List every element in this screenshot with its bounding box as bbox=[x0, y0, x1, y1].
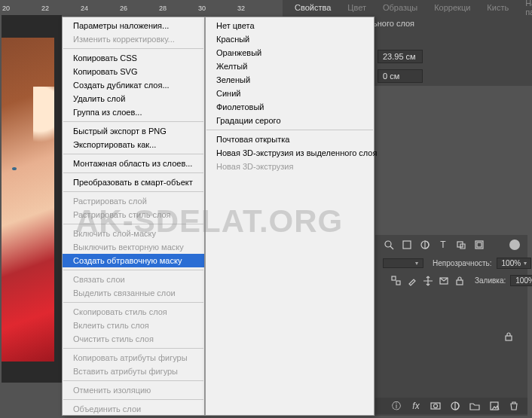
menu-item[interactable]: Зеленый bbox=[206, 73, 374, 87]
filter-shape-icon[interactable] bbox=[455, 240, 467, 250]
menu-item-label: Включить слой-маску bbox=[73, 229, 156, 238]
layer-fx-icon[interactable]: fx bbox=[410, 401, 422, 411]
svg-rect-7 bbox=[392, 276, 396, 280]
menu-item-label: Растрировать слой bbox=[73, 197, 147, 206]
menu-item-label: Выделить связанные слои bbox=[73, 288, 176, 297]
menu-item-label: Преобразовать в смарт-объект bbox=[73, 178, 193, 187]
menu-item-label: Фиолетовый bbox=[216, 102, 264, 111]
menu-item-label: Желтый bbox=[216, 62, 247, 71]
menu-item: Растрировать слой bbox=[63, 194, 204, 208]
menu-item: Изменить корректировку... bbox=[63, 32, 204, 46]
menu-item: Отменить изоляцию bbox=[63, 383, 204, 397]
menu-item-label: Копировать атрибуты фигуры bbox=[73, 353, 188, 362]
menu-item-label: Новая 3D-экструзия bbox=[216, 162, 293, 171]
layers-panel: T ▾ Непрозрачность: 100%▾ bbox=[375, 235, 527, 416]
menu-item[interactable]: Преобразовать в смарт-объект bbox=[63, 175, 204, 189]
menu-item-label: Изменить корректировку... bbox=[73, 35, 175, 44]
menu-item[interactable]: Создать дубликат слоя... bbox=[63, 78, 204, 92]
menu-separator bbox=[63, 48, 203, 49]
layer-submenu: Нет цветаКрасныйОранжевыйЖелтыйЗеленыйСи… bbox=[205, 17, 375, 416]
filter-smart-icon[interactable] bbox=[473, 240, 485, 250]
ruler-mark: 30 bbox=[198, 5, 206, 12]
menu-item[interactable]: Новая 3D-экструзия из выделенного слоя bbox=[206, 146, 374, 160]
layer-context-menu: Параметры наложения...Изменить корректир… bbox=[62, 17, 205, 416]
menu-item: Связать слои bbox=[63, 273, 204, 286]
menu-item-label: Красный bbox=[216, 35, 249, 44]
menu-item[interactable]: Почтовая открытка bbox=[206, 133, 374, 146]
ruler-mark: 28 bbox=[159, 5, 167, 12]
adjustment-layer-icon[interactable] bbox=[449, 401, 461, 411]
menu-item[interactable]: Оранжевый bbox=[206, 46, 374, 59]
new-group-icon[interactable] bbox=[469, 401, 481, 411]
opacity-label: Непрозрачность: bbox=[433, 259, 492, 267]
menu-item[interactable]: Быстрый экспорт в PNG bbox=[63, 124, 204, 138]
menu-item[interactable]: Нет цвета bbox=[206, 19, 374, 32]
menu-item: Включить слой-маску bbox=[63, 227, 204, 240]
menu-separator bbox=[63, 191, 203, 192]
canvas-area[interactable] bbox=[2, 15, 62, 383]
menu-item-label: Создать дубликат слоя... bbox=[73, 81, 170, 90]
lock-all-icon[interactable] bbox=[454, 276, 466, 286]
menu-item[interactable]: Экспортировать как... bbox=[63, 138, 204, 151]
menu-item[interactable]: Группа из слоев... bbox=[63, 105, 204, 119]
menu-item: Новая 3D-экструзия bbox=[206, 160, 374, 173]
menu-item-label: Растрировать стиль слоя bbox=[73, 210, 171, 219]
fill-label: Заливка: bbox=[475, 276, 506, 285]
lock-paint-icon[interactable] bbox=[406, 276, 418, 286]
ruler-mark: 32 bbox=[237, 5, 245, 12]
menu-item[interactable]: Копировать SVG bbox=[63, 65, 204, 78]
menu-separator bbox=[63, 302, 203, 303]
fill-select[interactable]: 100%▾ bbox=[510, 275, 532, 286]
tab-adjustments[interactable]: Коррекци bbox=[430, 1, 475, 14]
ruler-mark: 24 bbox=[81, 5, 88, 12]
delete-layer-icon[interactable] bbox=[508, 401, 520, 411]
svg-rect-11 bbox=[506, 336, 512, 340]
menu-item[interactable]: Синий bbox=[206, 87, 374, 100]
layer-mask-icon[interactable] bbox=[430, 401, 442, 411]
opacity-select[interactable]: 100%▾ bbox=[497, 258, 531, 269]
menu-item-label: Связать слои bbox=[73, 275, 125, 284]
menu-separator bbox=[63, 270, 203, 270]
menu-item-label: Параметры наложения... bbox=[73, 21, 169, 30]
height-value[interactable]: 0 см bbox=[378, 69, 423, 83]
menu-item[interactable]: Удалить слой bbox=[63, 92, 204, 105]
tab-properties[interactable]: Свойства bbox=[290, 1, 335, 14]
filter-type-icon[interactable]: T bbox=[437, 240, 449, 250]
menu-item-label: Быстрый экспорт в PNG bbox=[73, 127, 167, 136]
menu-item-label: Экспортировать как... bbox=[73, 140, 156, 149]
menu-item[interactable]: Создать обтравочную маску bbox=[63, 254, 204, 267]
menu-item-label: Группа из слоев... bbox=[73, 108, 142, 117]
menu-item-label: Создать обтравочную маску bbox=[73, 256, 182, 265]
menu-item-label: Скопировать стиль слоя bbox=[73, 307, 167, 316]
width-value[interactable]: 23.95 см bbox=[378, 50, 423, 63]
menu-item[interactable]: Монтажная область из слоев... bbox=[63, 157, 204, 170]
menu-item: Очистить стиль слоя bbox=[63, 332, 204, 346]
menu-item[interactable]: Параметры наложения... bbox=[63, 19, 204, 32]
menu-item-label: Копировать CSS bbox=[73, 53, 137, 63]
menu-item[interactable]: Копировать CSS bbox=[63, 51, 204, 65]
menu-item[interactable]: Фиолетовый bbox=[206, 100, 374, 114]
filter-toggle[interactable] bbox=[509, 240, 520, 250]
blend-mode-select[interactable]: ▾ bbox=[383, 258, 423, 268]
tab-color[interactable]: Цвет bbox=[343, 1, 371, 14]
lock-artboard-icon[interactable] bbox=[438, 276, 450, 286]
menu-item: Выделить связанные слои bbox=[63, 286, 204, 300]
tab-swatches[interactable]: Образцы bbox=[378, 1, 422, 14]
layer-lock-icon[interactable] bbox=[503, 331, 514, 344]
menu-item-label: Нет цвета bbox=[216, 21, 255, 30]
new-layer-icon[interactable] bbox=[488, 401, 500, 411]
link-layers-icon[interactable]: ⓘ bbox=[390, 401, 402, 411]
filter-pixel-icon[interactable] bbox=[401, 240, 413, 250]
ruler-mark: 20 bbox=[2, 5, 10, 12]
lock-transparent-icon[interactable] bbox=[390, 276, 402, 286]
menu-item[interactable]: Красный bbox=[206, 32, 374, 46]
menu-item[interactable]: Желтый bbox=[206, 59, 374, 73]
filter-adjust-icon[interactable] bbox=[419, 240, 431, 250]
tab-brush[interactable]: Кисть bbox=[482, 1, 513, 14]
search-icon[interactable] bbox=[383, 240, 395, 250]
svg-rect-10 bbox=[457, 280, 463, 285]
menu-item-label: Объединить слои bbox=[73, 404, 141, 413]
menu-item[interactable]: Градации серого bbox=[206, 114, 374, 127]
lock-position-icon[interactable] bbox=[422, 276, 434, 286]
menu-separator bbox=[63, 380, 203, 381]
